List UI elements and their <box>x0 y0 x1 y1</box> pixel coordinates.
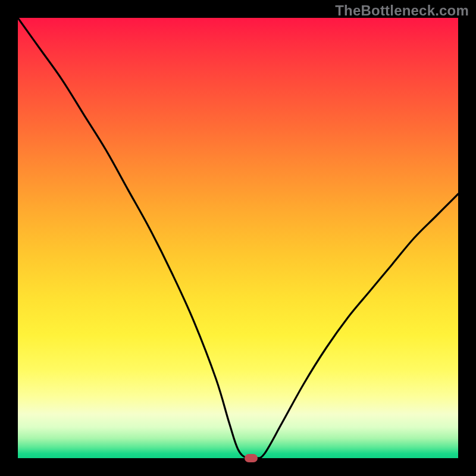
optimum-marker <box>245 454 258 462</box>
plot-area <box>18 18 458 458</box>
curve-layer <box>18 18 458 458</box>
bottleneck-curve <box>18 18 458 458</box>
chart-frame: TheBottleneck.com <box>0 0 476 476</box>
watermark-text: TheBottleneck.com <box>335 2 469 19</box>
